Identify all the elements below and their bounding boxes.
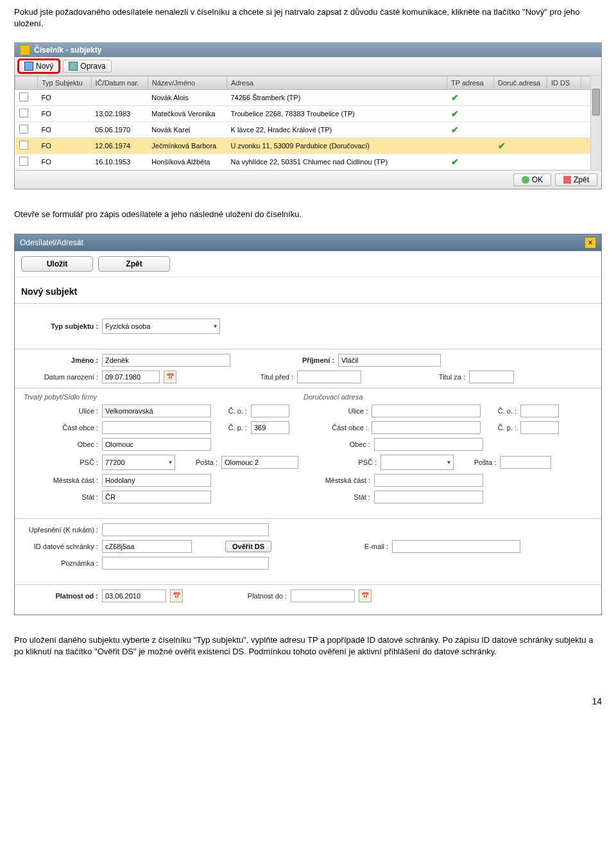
novy-label: Nový [36,62,53,71]
oprava-button[interactable]: Oprava [63,60,111,73]
cell-tp: ✔ [447,90,494,106]
co-d-input[interactable] [520,405,559,417]
scrollbar[interactable] [590,76,601,170]
table-row[interactable]: FO12.06.1974Ječmínková BarboraU zvonku 1… [15,138,601,154]
col-typ[interactable]: Typ Subjektu [38,76,92,90]
label-idds: ID datové schránky : [21,543,98,550]
cell-idds [547,154,581,170]
row-checkbox[interactable] [15,90,38,106]
pozn-input[interactable] [102,557,269,570]
cast-tp-input[interactable] [102,421,211,434]
ulice-tp-input[interactable] [102,405,211,417]
ok-icon [522,176,529,184]
back-button[interactable]: Zpět [555,173,597,186]
label-email: E-mail : [343,543,388,550]
table-row[interactable]: FONovák Alois74266 Štramberk (TP)✔ [15,90,601,106]
idds-input[interactable] [102,540,192,553]
row-checkbox[interactable] [15,138,38,154]
obec-d-input[interactable] [374,438,483,451]
close-icon[interactable]: × [585,237,596,249]
cell-adresa: 74266 Štramberk (TP) [227,90,447,106]
row-checkbox[interactable] [15,106,38,122]
label-prijmeni: Příjmení : [277,356,334,364]
page-number: 14 [14,696,602,706]
email-input[interactable] [392,540,520,553]
novy-button[interactable]: Nový [19,60,59,73]
label-cp-tp: Č. p. : [215,424,247,432]
calendar-icon[interactable]: 📅 [359,589,372,602]
cast-d-input[interactable] [372,421,481,434]
window-title: Číselník - subjekty [34,46,101,55]
titulza-input[interactable] [469,371,514,383]
cell-idds [547,138,581,154]
cell-tp: ✔ [447,106,494,122]
cell-ic [91,90,148,106]
ulice-d-input[interactable] [372,405,481,417]
col-nazev[interactable]: Název/Jméno [148,76,227,90]
psc-tp-select[interactable]: 77200 [102,455,175,470]
titulpred-input[interactable] [297,371,361,383]
row-checkbox[interactable] [15,122,38,138]
mest-tp-input[interactable] [102,474,211,487]
check-icon: ✔ [451,109,459,119]
col-tp[interactable]: TP adresa [447,76,494,90]
cell-typ: FO [38,154,92,170]
datum-input[interactable] [102,371,160,383]
check-icon: ✔ [451,125,459,135]
overit-ds-button[interactable]: Ověřit DS [225,541,271,552]
cell-typ: FO [38,138,92,154]
cell-nazev: Matečková Veronika [148,106,227,122]
co-tp-input[interactable] [251,405,289,417]
table-row[interactable]: FO13.02.1983Matečková VeronikaTroubelice… [15,106,601,122]
form-title: Odesílatel/Adresát [20,238,83,247]
cell-adresa: Troubelice 2268, 78383 Troubelice (TP) [227,106,447,122]
upres-input[interactable] [102,523,269,536]
cell-nazev: Honšíková Alžběta [148,154,227,170]
col-adresa[interactable]: Adresa [227,76,447,90]
prijmeni-input[interactable] [338,354,441,367]
label-cp-d: Č. p. : [484,424,517,432]
table-row[interactable]: FO05.06.1970Novák KarelK lávce 22, Hrade… [15,122,601,138]
cell-adresa: K lávce 22, Hradec Králové (TP) [227,122,447,138]
cell-nazev: Novák Karel [148,122,227,138]
label-platod: Platnost od : [21,592,98,600]
edit-icon [69,62,78,71]
back-label: Zpět [574,175,589,184]
typ-subjektu-select[interactable]: Fyzická osoba [102,319,220,334]
cell-nazev: Novák Alois [148,90,227,106]
stat-d-input[interactable] [374,491,483,503]
col-doruc[interactable]: Doruč.adresa [494,76,547,90]
psc-d-select[interactable] [381,455,454,470]
cell-doruc: ✔ [494,138,547,154]
ok-label: OK [532,175,543,184]
check-icon: ✔ [451,157,459,167]
jmeno-input[interactable] [102,354,230,367]
row-checkbox[interactable] [15,154,38,170]
obec-tp-input[interactable] [102,438,211,451]
cell-doruc [494,90,547,106]
cell-doruc [494,122,547,138]
calendar-icon[interactable]: 📅 [164,371,176,383]
cp-tp-input[interactable] [251,421,289,434]
cell-tp [447,138,494,154]
table-row[interactable]: FO16.10.1953Honšíková AlžbětaNa vyhlídce… [15,154,601,170]
posta-d-input[interactable] [500,456,551,469]
cp-d-input[interactable] [520,421,559,434]
cell-idds [547,106,581,122]
posta-tp-input[interactable] [221,456,298,469]
ok-button[interactable]: OK [513,173,551,186]
platod-input[interactable] [102,589,166,602]
footer-bar: OK Zpět [15,170,601,189]
stat-tp-input[interactable] [102,491,211,503]
label-ulice-tp: Ulice : [21,407,98,415]
calendar-icon[interactable]: 📅 [170,589,183,602]
platdo-input[interactable] [291,589,355,602]
label-datum: Datum narození : [21,373,98,381]
mest-d-input[interactable] [374,474,483,487]
cell-tp: ✔ [447,122,494,138]
paragraph-1: Pokud jste požadovaného odesílatele nena… [14,6,602,30]
form-back-button[interactable]: Zpět [98,256,170,272]
save-button[interactable]: Uložit [21,256,93,272]
col-idds[interactable]: ID DS [547,76,581,90]
col-ic[interactable]: IČ/Datum nar. [91,76,148,90]
